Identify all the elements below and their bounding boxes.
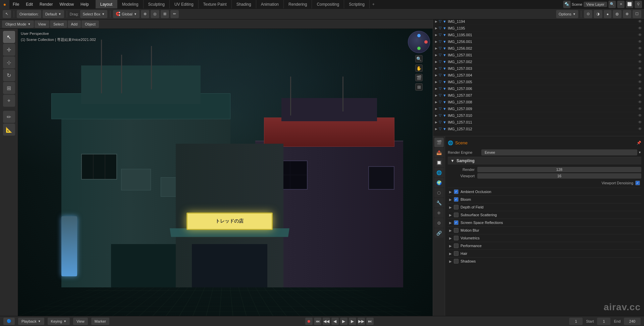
playback-btn[interactable]: Playback ▼ xyxy=(18,318,44,325)
view-btn[interactable]: View xyxy=(73,318,88,325)
move-tool-btn[interactable]: ⊹ xyxy=(3,56,15,68)
tab-shading[interactable]: Shading xyxy=(232,0,256,8)
props-pin-icon[interactable]: 📌 xyxy=(637,141,641,145)
outliner-item[interactable]: ▶ ▽ ▼ IMG_1256.002 👁 xyxy=(433,45,644,52)
jump-end-btn[interactable]: ⏭ xyxy=(366,318,374,325)
section-checkbox[interactable] xyxy=(454,259,459,264)
end-frame-input[interactable] xyxy=(624,318,641,325)
viewport-shading-3[interactable]: ● xyxy=(604,10,611,18)
add-menu[interactable]: Add xyxy=(68,20,81,28)
props-section-shadows[interactable]: ▶ Shadows xyxy=(448,257,641,265)
props-tab-world[interactable]: 🌍 xyxy=(434,178,444,187)
snapping-btn[interactable]: 🧲 Global ▼ xyxy=(113,10,140,18)
object-menu[interactable]: Object xyxy=(82,20,99,28)
close-icon[interactable]: ✕ xyxy=(617,1,625,8)
visibility-icon[interactable]: 👁 xyxy=(638,46,642,51)
outliner-item[interactable]: ▶ ▽ ▼ IMG_1195 👁 xyxy=(433,25,644,32)
orientation-button[interactable]: Orientation: xyxy=(17,10,41,18)
menu-edit[interactable]: Edit xyxy=(22,0,36,8)
props-tab-view-layer[interactable]: 🔲 xyxy=(434,158,444,167)
cursor-tool-btn[interactable]: ✛ xyxy=(3,44,15,56)
props-tab-particles[interactable]: ⁜ xyxy=(434,208,444,218)
tab-sculpting[interactable]: Sculpting xyxy=(144,0,170,8)
tab-rendering[interactable]: Rendering xyxy=(284,0,312,8)
visibility-icon[interactable]: 👁 xyxy=(638,120,642,125)
props-section-hair[interactable]: ▶ Hair xyxy=(448,249,641,257)
props-section-depth-of-field[interactable]: ▶ Depth of Field xyxy=(448,203,641,211)
blender-logo[interactable]: ● xyxy=(0,0,9,9)
sampling-header[interactable]: ▼ Sampling xyxy=(448,157,641,165)
drag-dropdown[interactable]: Select Box ▼ xyxy=(80,10,108,18)
tab-scripting[interactable]: Scripting xyxy=(344,0,370,8)
play-btn[interactable]: ▶ xyxy=(340,318,347,325)
add-workspace-button[interactable]: + xyxy=(370,2,377,7)
scale-tool-btn[interactable]: ⊞ xyxy=(3,82,15,94)
visibility-icon[interactable]: 👁 xyxy=(638,26,642,31)
outliner-item[interactable]: ▶ ▽ ▼ IMG_1257.003 👁 xyxy=(433,65,644,72)
tab-modeling[interactable]: Modeling xyxy=(117,0,144,8)
outliner-item[interactable]: ▶ ▽ ▼ IMG_1257.008 👁 xyxy=(433,99,644,105)
outliner-item[interactable]: ▶ ▽ ▼ IMG_1257.005 👁 xyxy=(433,79,644,85)
tab-uv-editing[interactable]: UV Editing xyxy=(170,0,199,8)
props-section-motion-blur[interactable]: ▶ Motion Blur xyxy=(448,226,641,234)
select-menu[interactable]: Select xyxy=(50,20,67,28)
menu-help[interactable]: Help xyxy=(77,0,92,8)
section-checkbox[interactable]: ✓ xyxy=(454,197,459,202)
section-checkbox[interactable] xyxy=(454,213,459,217)
props-tab-physics[interactable]: ⚙ xyxy=(434,218,444,228)
proportional-btn[interactable]: ◎ xyxy=(151,10,159,18)
restore-icon[interactable]: ⬜ xyxy=(626,1,633,8)
outliner-item[interactable]: ▶ ▽ ▼ IMG_1257.012 👁 xyxy=(433,126,644,132)
jump-start-btn[interactable]: ⏮ xyxy=(314,318,321,325)
visibility-icon[interactable]: 👁 xyxy=(638,113,642,118)
props-tab-output[interactable]: 📤 xyxy=(434,148,444,157)
prev-key-btn[interactable]: ◀ xyxy=(331,318,339,325)
viewport-shading-2[interactable]: ◑ xyxy=(594,10,602,18)
view-layer-label[interactable]: View Layer xyxy=(584,2,607,7)
props-tab-render[interactable]: 🎬 xyxy=(434,138,444,147)
viewport-shading-1[interactable]: ⊙ xyxy=(584,10,592,18)
zoom-to-fit-btn[interactable]: 🔍 xyxy=(415,55,423,62)
viewport-shading-4[interactable]: ◍ xyxy=(613,10,622,18)
outliner-item[interactable]: ▶ ▽ ▼ IMG_1257.009 👁 xyxy=(433,105,644,112)
visibility-icon[interactable]: 👁 xyxy=(638,19,642,24)
next-key-btn[interactable]: ▶ xyxy=(349,318,356,325)
menu-render[interactable]: Render xyxy=(36,0,56,8)
render-value[interactable]: 128 xyxy=(477,167,641,172)
tab-compositing[interactable]: Compositing xyxy=(312,0,344,8)
outliner-item[interactable]: ▶ ▽ ▼ IMG_1195.001 👁 xyxy=(433,32,644,38)
outliner-item[interactable]: ▶ ▽ ▼ IMG_1256.001 👁 xyxy=(433,38,644,45)
outliner-item[interactable]: ▶ ▽ ▼ IMG_1257.001 👁 xyxy=(433,52,644,58)
props-tab-constraints[interactable]: 🔗 xyxy=(434,228,444,238)
tab-texture-paint[interactable]: Texture Paint xyxy=(199,0,232,8)
orientation-dropdown[interactable]: Default ▼ xyxy=(43,10,64,18)
visibility-icon[interactable]: 👁 xyxy=(638,86,642,91)
visibility-icon[interactable]: 👁 xyxy=(638,33,642,37)
section-checkbox[interactable] xyxy=(454,228,459,233)
engine-mode-btn[interactable]: 🔵 xyxy=(3,318,15,325)
select-tool-btn[interactable]: ↖ xyxy=(3,31,15,43)
section-checkbox[interactable] xyxy=(454,251,459,256)
props-section-screen-space-reflections[interactable]: ▶ ✓ Screen Space Reflections xyxy=(448,219,641,226)
rotate-tool-btn[interactable]: ↻ xyxy=(3,69,15,81)
select-tool-icon[interactable]: ↖ xyxy=(3,10,11,18)
engine-icon[interactable]: 🔩 xyxy=(563,1,571,8)
section-checkbox[interactable]: ✓ xyxy=(454,220,459,225)
search-icon[interactable]: 🔍 xyxy=(608,1,616,8)
transform-pivot-btn[interactable]: ⊕ xyxy=(141,10,149,18)
viewport-denoising-row[interactable]: Viewport Denoising ✓ xyxy=(448,180,641,186)
next-frame-btn[interactable]: ▶▶ xyxy=(358,318,365,325)
mode-selector[interactable]: Object Mode ▼ xyxy=(2,20,34,28)
outliner-item[interactable]: ▶ ▽ ▼ IMG_1257.010 👁 xyxy=(433,112,644,119)
visibility-icon[interactable]: 👁 xyxy=(638,93,642,98)
menu-window[interactable]: Window xyxy=(56,0,77,8)
section-checkbox[interactable]: ✓ xyxy=(454,189,459,194)
options-dropdown[interactable]: Options ▼ xyxy=(556,10,579,18)
current-frame-input[interactable] xyxy=(569,318,583,325)
visibility-icon[interactable]: 👁 xyxy=(638,59,642,64)
viewport-denoising-checkbox[interactable]: ✓ xyxy=(635,181,640,185)
menu-file[interactable]: File xyxy=(9,0,22,8)
visibility-icon[interactable]: 👁 xyxy=(638,127,642,131)
start-frame-input[interactable] xyxy=(597,318,610,325)
view-menu[interactable]: View xyxy=(35,20,49,28)
